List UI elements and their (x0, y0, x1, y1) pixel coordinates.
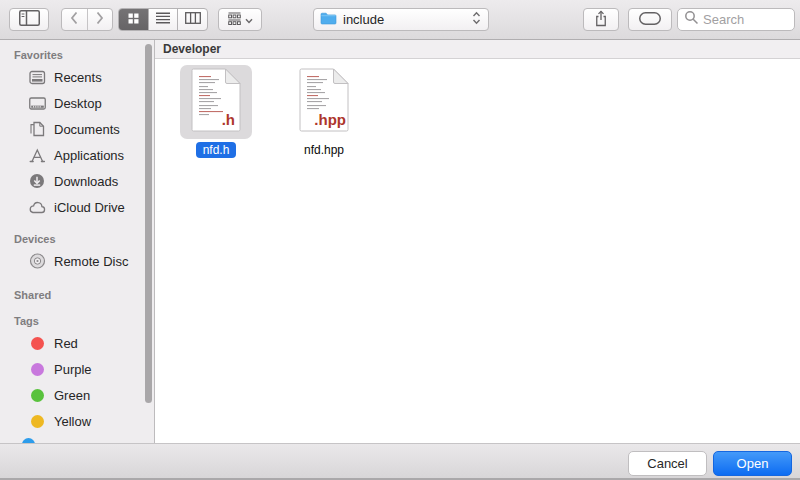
sidebar-item-label: Downloads (54, 174, 118, 189)
sidebar-item-label: Remote Disc (54, 254, 128, 269)
list-view-button[interactable] (148, 9, 178, 30)
sidebar-scrollbar[interactable] (145, 44, 152, 403)
sidebar-item-applications[interactable]: Applications (0, 142, 154, 168)
sidebar-item-desktop[interactable]: Desktop (0, 90, 154, 116)
sidebar: Favorites Recents Desktop Documents Appl… (0, 40, 155, 443)
file-nfd-h[interactable]: .h nfd.h (161, 65, 271, 158)
sidebar-toggle-button[interactable] (9, 8, 49, 31)
search-input[interactable] (703, 12, 788, 27)
list-view-icon (156, 12, 170, 27)
back-button[interactable] (62, 9, 87, 30)
tag-color-dot (31, 363, 44, 376)
file-name-label: nfd.hpp (299, 142, 349, 158)
tag-color-dot (31, 389, 44, 402)
sidebar-item-documents[interactable]: Documents (0, 116, 154, 142)
recents-icon (28, 69, 46, 85)
group-header: Developer (155, 40, 800, 59)
sidebar-item-remote-disc[interactable]: Remote Disc (0, 248, 154, 274)
sidebar-item-tag-purple[interactable]: Purple (0, 356, 154, 382)
file-extension-label: .h (222, 111, 235, 128)
tag-button[interactable] (628, 8, 672, 31)
desktop-icon (28, 95, 46, 111)
chevron-left-icon (69, 10, 80, 29)
folder-path-dropdown[interactable]: include (313, 8, 489, 31)
finder-open-dialog: include (0, 0, 800, 480)
folder-icon (320, 11, 337, 28)
sidebar-item-label: Yellow (54, 414, 91, 429)
dialog-footer: Cancel Open (0, 443, 800, 480)
toolbar: include (0, 0, 800, 40)
section-title-shared: Shared (0, 286, 154, 304)
section-title-tags: Tags (0, 312, 154, 330)
sidebar-item-label: Applications (54, 148, 124, 163)
column-view-button[interactable] (177, 9, 207, 30)
sidebar-toggle-icon (19, 10, 40, 29)
open-button[interactable]: Open (713, 451, 792, 476)
file-name-label: nfd.h (196, 142, 237, 158)
file-browser-area: Developer (155, 40, 800, 443)
sidebar-item-icloud-drive[interactable]: iCloud Drive (0, 194, 154, 220)
sidebar-item-downloads[interactable]: Downloads (0, 168, 154, 194)
magnifier-icon (684, 10, 699, 29)
share-button[interactable] (583, 8, 619, 31)
section-title-devices: Devices (0, 230, 154, 248)
chevron-right-icon (94, 10, 105, 29)
current-folder-label: include (343, 12, 465, 27)
sidebar-item-label: Documents (54, 122, 120, 137)
search-field[interactable] (677, 8, 795, 31)
view-mode-segmented-control (118, 8, 208, 31)
file-nfd-hpp[interactable]: .hpp nfd.hpp (269, 65, 379, 158)
sidebar-item-tag-red[interactable]: Red (0, 330, 154, 356)
applications-icon (28, 147, 46, 163)
downloads-icon (28, 173, 46, 189)
cancel-button[interactable]: Cancel (628, 451, 707, 476)
sidebar-item-tag-green[interactable]: Green (0, 382, 154, 408)
chevron-down-icon (245, 12, 253, 27)
sidebar-item-label: Desktop (54, 96, 102, 111)
header-file-icon: .hpp (299, 68, 349, 136)
sidebar-item-label: Red (54, 336, 78, 351)
file-icon-selection: .h (180, 65, 252, 139)
tag-color-dot (31, 337, 44, 350)
up-down-chevrons-icon (471, 11, 482, 28)
history-nav-group (61, 8, 113, 31)
item-arrangement-icon (228, 12, 241, 28)
section-title-favorites: Favorites (0, 46, 154, 64)
file-extension-label: .hpp (314, 111, 346, 128)
sidebar-item-label: Recents (54, 70, 102, 85)
icloud-drive-icon (28, 199, 46, 215)
sidebar-item-recents[interactable]: Recents (0, 64, 154, 90)
sidebar-item-label: Green (54, 388, 90, 403)
share-icon (594, 10, 608, 30)
forward-button[interactable] (87, 9, 113, 30)
sidebar-item-label: Purple (54, 362, 92, 377)
arrange-menu-button[interactable] (218, 8, 262, 31)
documents-icon (28, 121, 46, 137)
tag-color-dot (31, 415, 44, 428)
remote-disc-icon (28, 253, 46, 269)
grid-view-icon (128, 12, 139, 27)
sidebar-item-label: iCloud Drive (54, 200, 125, 215)
column-view-icon (185, 12, 201, 27)
icon-view-button[interactable] (119, 9, 148, 30)
file-icon: .hpp (288, 65, 360, 139)
header-file-icon: .h (191, 68, 241, 136)
sidebar-item-tag-yellow[interactable]: Yellow (0, 408, 154, 434)
tag-icon (639, 12, 661, 28)
